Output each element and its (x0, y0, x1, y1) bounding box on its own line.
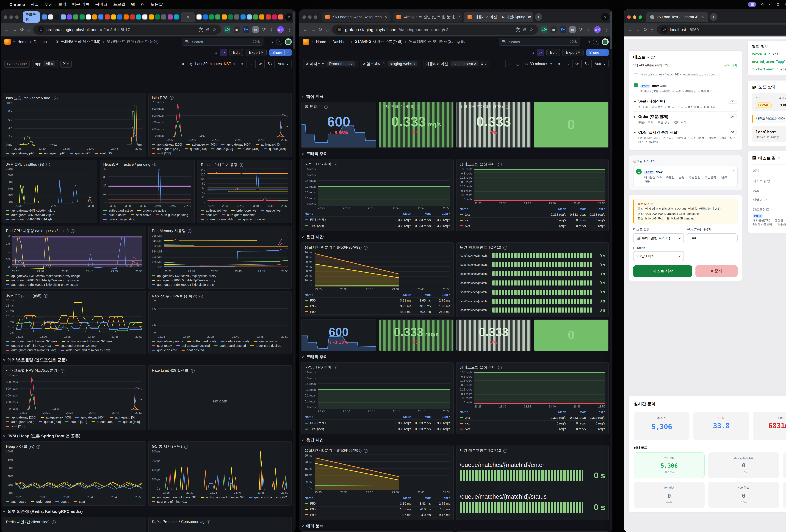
legend-item[interactable]: queue end of minor GC (249, 495, 287, 499)
info-icon[interactable]: i (207, 520, 210, 524)
api-group-item[interactable]: ▶ Order (주문/결제)0/4 주문서 조회 → 주문 생성 → 결제 처… (633, 111, 738, 127)
favicon-tab[interactable] (266, 15, 271, 20)
section-jvm-heap[interactable]: ˅JVM / Heap (모든 Spring Boot 앱 공통) (3, 433, 291, 439)
legend-item[interactable]: auth-guard [0] (256, 143, 281, 146)
api-group-item[interactable]: ▶ Seat (직접선택)0/5 추천 OFF: 매치옵션 → 큐 → 포도알 … (633, 96, 738, 111)
info-icon[interactable]: i (200, 295, 203, 298)
api-item-partial[interactable]: /seat/matches/{matchId}/recommendations/… (633, 70, 738, 80)
info-icon[interactable]: i (503, 449, 507, 453)
info-icon[interactable]: i (53, 96, 57, 100)
legend-item[interactable]: auth-guard end of minor GC avg (6, 348, 56, 352)
legend-item[interactable]: auth-guard ready (187, 340, 216, 343)
info-icon[interactable]: i (184, 445, 188, 448)
address-bar[interactable]: ⓘ localhost:6060 ⊖ ☆ (656, 25, 786, 34)
gc-pause-chart[interactable]: 0 s5 ms10 ms15 ms20 ms25 ms30 ms23:2523:… (6, 299, 142, 338)
ext-devtools-icon[interactable]: K‹› (560, 26, 566, 33)
time-range-picker[interactable]: ◷Last 30 minutesKST˅ (187, 60, 238, 68)
forward-icon[interactable]: → (311, 27, 316, 32)
legend-item[interactable]: queue [200] (39, 420, 61, 423)
grafana-avatar[interactable] (285, 38, 292, 45)
back-icon[interactable]: ← (628, 27, 632, 32)
time-zoom-out-button[interactable]: ⊖ (563, 60, 573, 68)
info-icon[interactable]: i (333, 366, 337, 369)
logo-chevron[interactable]: ˅ (312, 40, 314, 43)
legend-item[interactable]: api-gateway [403] (186, 143, 216, 146)
auto-refresh-select[interactable]: Auto ˅ (592, 60, 608, 68)
favicon-tab[interactable] (48, 15, 53, 20)
ext-qr-icon[interactable]: ▦ (550, 26, 557, 33)
legend-item[interactable]: auth-guard runnable (222, 213, 255, 217)
favicon-tab[interactable] (42, 15, 47, 20)
tab-app-monitoring-active[interactable]: 애플리케이션 모니터링(Spring Bo✕ (464, 11, 533, 22)
menu-bookmarks[interactable]: 북마크 (95, 2, 108, 7)
legend-item[interactable]: seat (74, 500, 85, 503)
legend-item[interactable]: queue live (261, 209, 280, 212)
moon-icon[interactable]: ◐ (769, 2, 771, 7)
info-icon[interactable]: i (333, 162, 337, 166)
heap-chart[interactable]: 0%20%40%60%80%100%23:2523:3023:3523:4023… (6, 450, 142, 499)
forward-icon[interactable]: → (636, 27, 641, 32)
legend-item[interactable]: api-gateway p95 (6, 152, 34, 155)
stat-panel[interactable]: 0.333 req/s 0% (379, 320, 454, 351)
info-icon[interactable]: i (364, 449, 368, 453)
table-row[interactable]: 5xx0 req/s0 req/s0 req/s (460, 223, 605, 229)
time-range-picker[interactable]: ◷Last 30 minutes˅ (514, 60, 555, 68)
legend-item[interactable]: queue active (103, 213, 126, 217)
info-icon[interactable]: i (61, 369, 65, 372)
grafana-logo[interactable] (303, 39, 309, 45)
gc-total-chart[interactable]: 0 s200 µs400 µs600 µs800 µs23:2523:3023:… (152, 450, 288, 494)
legend-item[interactable]: order-core pending (103, 217, 135, 221)
reload-icon[interactable]: ⟳ (644, 27, 648, 32)
table-row[interactable]: 4xx0 req/s0 req/s0 req/s (460, 217, 605, 223)
profile-avatar[interactable]: 슬기 (277, 26, 284, 33)
favicon-tab[interactable] (253, 15, 258, 20)
favicon-tab[interactable] (143, 15, 147, 20)
menu-window[interactable]: 창 (141, 2, 145, 7)
duration-select[interactable]: VU당 1회씩˅ (633, 251, 684, 261)
tab-close-icon[interactable]: ✕ (701, 15, 704, 19)
box-icon[interactable]: ◇ (761, 2, 764, 7)
address-bar[interactable]: ⚿ grafana.staging.playball.one/d/springb… (332, 25, 538, 34)
favicon-tab[interactable] (54, 15, 60, 20)
stat-panel[interactable]: 0 (534, 320, 609, 351)
table-row[interactable]: 4xx0 req/s0 req/s0 req/s (460, 421, 605, 426)
stat-panel[interactable]: 초당 성공 트랜잭션 (TPS)i 0.333 0% (456, 102, 531, 148)
legend-item[interactable]: api-gateway-64f8fcdc96-mqkhp (6, 209, 94, 212)
endpoint-gauge-row[interactable]: /seat/matches/{matchId}/recom...0 s (460, 262, 605, 268)
section-response-time-2[interactable]: ˅응답 시간 (302, 437, 608, 443)
stat-panel[interactable]: 초당 요청 수 (RPS)i 0.333 req/s 0% (379, 102, 454, 148)
favicon-tab[interactable] (136, 15, 141, 20)
replica-chart[interactable]: 00.511.5223:2523:3023:3523:4023:4523:50 (152, 300, 288, 338)
reload-icon[interactable]: ⟳ (20, 27, 24, 32)
legend-item[interactable]: api-gateway [403] (41, 416, 71, 419)
table-row[interactable]: 5xx0 req/s0 req/s0 req/s (460, 426, 605, 432)
traffic-lights[interactable] (302, 15, 317, 19)
active-tab[interactable]: ✕ (181, 11, 195, 22)
endpoint-gauge-row[interactable]: /seat/matches/{matchId}/recom...0 s (460, 280, 605, 285)
crumb-dashboards[interactable]: Dashbo... (34, 40, 50, 44)
menu-edit[interactable]: 수정 (44, 2, 52, 7)
selected-api-item[interactable]: 1 POST flow 매치옵션(ON) → 큐진입 → 폴링 → 추천진입 →… (633, 166, 738, 186)
checkbox-checked[interactable]: ✓ (634, 83, 638, 87)
refresh-button[interactable]: ⟳ (573, 60, 582, 68)
crumb-home[interactable]: Home (18, 40, 27, 44)
section-external-deps[interactable]: ˅외부 의존성 (Redis, Kafka, gRPC authz) (3, 509, 291, 514)
legend-item[interactable]: queue [403] (211, 147, 233, 151)
table-row[interactable]: P9513.7 ms20.0 ms7.36 ms (305, 507, 450, 512)
legend-item[interactable]: queue ready (254, 340, 277, 343)
legend-item[interactable]: order-core ready (221, 340, 250, 343)
extensions-puzzle-icon[interactable]: ⧩ (262, 27, 266, 32)
grafana-add-button[interactable]: ＋ ˅ (266, 39, 274, 45)
favicon-tab[interactable] (130, 15, 135, 20)
download-icon[interactable]: ⭳ (586, 27, 591, 32)
legend-item[interactable]: auth-guard-84b6699dd4-kkj9h/istio-proxy (152, 283, 288, 286)
favicon-tab[interactable] (168, 15, 173, 20)
favicon-tab[interactable] (61, 15, 66, 20)
panel-toggle-icon[interactable]: ⇄ (220, 49, 227, 56)
info-icon[interactable]: i (46, 163, 50, 166)
favicon-tab[interactable] (234, 15, 239, 20)
new-tab-button[interactable]: ＋ (710, 13, 717, 21)
favicon-tab[interactable] (155, 15, 160, 20)
legend-item[interactable]: queue p95 (70, 152, 90, 155)
section-core-metrics[interactable]: ˅핵심 지표 (302, 94, 608, 99)
